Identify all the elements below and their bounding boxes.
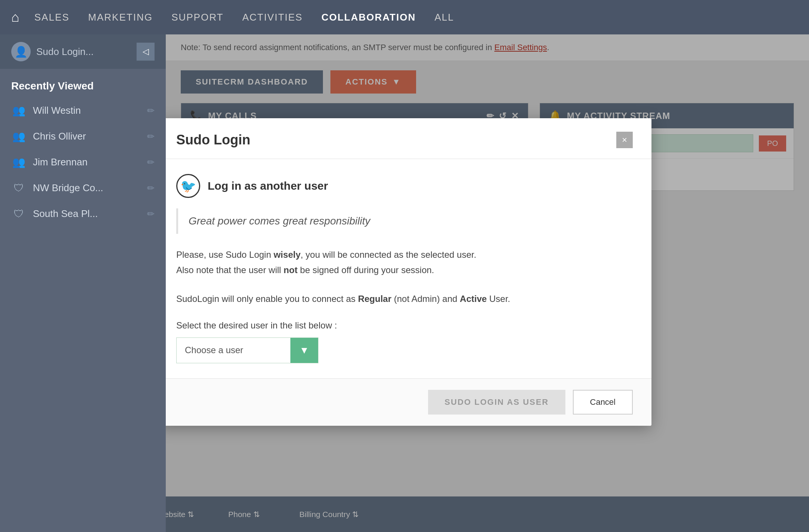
user-select[interactable]: Choose a user ▼ <box>176 337 318 363</box>
select-dropdown-arrow[interactable]: ▼ <box>290 338 318 363</box>
modal-footer: SUDO LOGIN AS USER Cancel <box>166 378 651 426</box>
sudo-bird-icon: 🐦 <box>176 174 200 198</box>
sidebar-item-label: Will Westin <box>33 105 140 116</box>
modal-title: Sudo Login <box>176 132 250 148</box>
sidebar-item-nw-bridge[interactable]: 🛡 NW Bridge Co... ✏ <box>0 175 166 201</box>
sidebar-item-label: South Sea Pl... <box>33 208 140 220</box>
nav-marketing[interactable]: MARKETING <box>88 12 153 23</box>
sudo-login-label: Sudo Login... <box>36 46 131 58</box>
nav-all[interactable]: ALL <box>434 12 454 23</box>
modal-body: 🐦 Log in as another user Great power com… <box>166 159 651 378</box>
sidebar-search-bar[interactable]: 👤 Sudo Login... ◁ <box>0 34 166 69</box>
account-icon: 🛡 <box>11 182 26 194</box>
cancel-button[interactable]: Cancel <box>573 390 633 415</box>
sudo-login-modal: Sudo Login × 🐦 Log in as another user Gr… <box>166 118 651 425</box>
nav-items: SALES MARKETING SUPPORT ACTIVITIES COLLA… <box>34 12 454 23</box>
edit-icon[interactable]: ✏ <box>147 157 155 168</box>
user-icon: 👥 <box>11 104 26 117</box>
modal-select-label: Select the desired user in the list belo… <box>176 320 633 331</box>
sidebar-item-label: Chris Olliver <box>33 131 140 142</box>
modal-header: Sudo Login × <box>166 118 651 159</box>
nav-sales[interactable]: SALES <box>34 12 70 23</box>
edit-icon[interactable]: ✏ <box>147 106 155 116</box>
sidebar-item-will-westin[interactable]: 👥 Will Westin ✏ <box>0 98 166 123</box>
modal-text-block2: SudoLogin will only enable you to connec… <box>176 291 633 307</box>
sidebar-item-jim-brennan[interactable]: 👥 Jim Brennan ✏ <box>0 149 166 175</box>
recently-viewed-heading: Recently Viewed <box>0 69 166 98</box>
user-icon: 👥 <box>11 156 26 168</box>
sidebar-item-label: Jim Brennan <box>33 156 140 168</box>
select-value: Choose a user <box>177 338 290 362</box>
modal-login-title: Log in as another user <box>208 180 328 192</box>
sidebar-item-chris-olliver[interactable]: 👥 Chris Olliver ✏ <box>0 123 166 149</box>
modal-login-header: 🐦 Log in as another user <box>176 174 633 198</box>
sudo-login-button[interactable]: SUDO LOGIN AS USER <box>428 390 565 415</box>
modal-text-block: Please, use Sudo Login wisely, you will … <box>176 247 633 278</box>
home-icon[interactable]: ⌂ <box>11 9 19 25</box>
sidebar: 👤 Sudo Login... ◁ Recently Viewed 👥 Will… <box>0 34 166 532</box>
modal-quote: Great power comes great responsibility <box>176 208 633 234</box>
edit-icon[interactable]: ✏ <box>147 209 155 219</box>
nav-support[interactable]: SUPPORT <box>171 12 223 23</box>
sidebar-item-south-sea[interactable]: 🛡 South Sea Pl... ✏ <box>0 201 166 227</box>
main-layout: 👤 Sudo Login... ◁ Recently Viewed 👥 Will… <box>0 34 809 532</box>
modal-close-button[interactable]: × <box>616 132 633 148</box>
account-icon: 🛡 <box>11 208 26 220</box>
sidebar-item-label: NW Bridge Co... <box>33 182 140 194</box>
back-arrow-button[interactable]: ◁ <box>137 43 155 61</box>
user-icon: 👥 <box>11 130 26 143</box>
edit-icon[interactable]: ✏ <box>147 131 155 142</box>
edit-icon[interactable]: ✏ <box>147 183 155 193</box>
avatar: 👤 <box>11 42 31 61</box>
nav-activities[interactable]: ACTIVITIES <box>242 12 303 23</box>
main-content-area: Note: To send record assignment notifica… <box>166 34 809 532</box>
nav-collaboration[interactable]: COLLABORATION <box>321 12 416 23</box>
modal-overlay: Sudo Login × 🐦 Log in as another user Gr… <box>166 34 809 532</box>
top-navigation: ⌂ SALES MARKETING SUPPORT ACTIVITIES COL… <box>0 0 809 34</box>
